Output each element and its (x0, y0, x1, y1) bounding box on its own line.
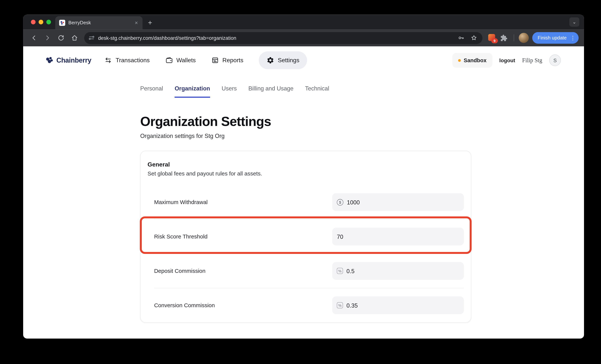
url-bar[interactable]: desk-stg.chainberry.com/dashboard/settin… (84, 32, 482, 44)
browser-window: BerryDesk × + ⌄ desk-stg.chainberry.com/ (23, 15, 584, 339)
tab-favicon (59, 20, 65, 26)
conversion-commission-value[interactable] (346, 302, 459, 309)
tab-billing-and-usage[interactable]: Billing and Usage (248, 85, 293, 98)
tab-title: BerryDesk (68, 20, 130, 26)
tab-search-chevron-icon[interactable]: ⌄ (569, 17, 579, 27)
forward-icon (44, 34, 51, 41)
brand-logo[interactable]: Chainberry (45, 56, 91, 64)
header-right: Sandbox logout Filip Stg S (452, 53, 561, 68)
url-text: desk-stg.chainberry.com/dashboard/settin… (98, 35, 458, 41)
nav-item-transactions[interactable]: Transactions (104, 51, 150, 69)
browser-profile-avatar[interactable] (519, 33, 529, 43)
browser-tab[interactable]: BerryDesk × (55, 16, 142, 29)
nav-item-reports[interactable]: Reports (211, 51, 243, 69)
field-label: Risk Score Threshold (154, 233, 208, 240)
main-nav: Transactions Wallets Reports Settings (104, 51, 307, 69)
home-button[interactable] (69, 32, 80, 43)
field-row-maximum-withdrawal: Maximum Withdrawal $ (154, 185, 464, 219)
deposit-commission-value[interactable] (346, 268, 459, 274)
extension-button[interactable]: 9 (488, 34, 496, 42)
finish-update-button[interactable]: Finish update ⋮ (532, 32, 579, 44)
field-label: Maximum Withdrawal (154, 199, 208, 205)
dollar-icon: $ (337, 199, 343, 205)
extensions-menu-button[interactable] (499, 33, 509, 43)
page-title: Organization Settings (140, 114, 584, 129)
environment-label: Sandbox (464, 57, 487, 63)
forward-button[interactable] (42, 32, 53, 43)
field-label: Deposit Commission (154, 268, 205, 274)
close-window-button[interactable] (31, 20, 35, 24)
field-row-deposit-commission: Deposit Commission % (154, 253, 464, 288)
environment-badge[interactable]: Sandbox (452, 53, 492, 68)
general-settings-card: General Set global fees and payout rules… (140, 151, 471, 323)
reload-icon (58, 34, 64, 41)
chainberry-logo-icon (45, 56, 54, 64)
extension-badge: 9 (491, 38, 498, 43)
back-button[interactable] (29, 32, 40, 43)
browser-menu-icon[interactable]: ⋮ (570, 35, 576, 40)
user-avatar[interactable]: S (549, 55, 561, 66)
browser-toolbar: desk-stg.chainberry.com/dashboard/settin… (23, 29, 584, 46)
maximum-withdrawal-value[interactable] (347, 199, 459, 205)
screen: BerryDesk × + ⌄ desk-stg.chainberry.com/ (0, 0, 601, 364)
conversion-commission-input[interactable]: % (332, 296, 464, 314)
tab-organization[interactable]: Organization (175, 85, 210, 98)
site-settings-icon[interactable] (89, 35, 95, 41)
window-controls (23, 20, 55, 29)
zoom-window-button[interactable] (46, 20, 51, 24)
percent-icon: % (337, 302, 343, 308)
risk-score-threshold-input[interactable] (332, 228, 464, 245)
nav-item-settings[interactable]: Settings (259, 51, 307, 69)
tab-personal[interactable]: Personal (140, 85, 163, 98)
back-icon (30, 34, 37, 41)
minimize-window-button[interactable] (39, 20, 43, 24)
page-content: Chainberry Transactions Wallets Reports (23, 46, 584, 338)
home-icon (71, 34, 78, 41)
user-name: Filip Stg (522, 57, 542, 63)
browser-tab-strip: BerryDesk × + ⌄ (23, 15, 584, 30)
section-title: General (148, 161, 464, 168)
transactions-icon (104, 56, 112, 64)
new-tab-button[interactable]: + (142, 19, 152, 29)
wallet-icon (165, 56, 173, 64)
deposit-commission-input[interactable]: % (332, 262, 464, 280)
nav-item-wallets[interactable]: Wallets (165, 51, 196, 69)
puzzle-icon (500, 34, 508, 41)
password-key-icon[interactable] (458, 34, 465, 41)
reload-button[interactable] (56, 32, 67, 43)
field-row-risk-score-threshold: Risk Score Threshold (154, 219, 464, 253)
risk-score-threshold-value[interactable] (337, 233, 459, 240)
app-header: Chainberry Transactions Wallets Reports (23, 46, 584, 74)
logout-button[interactable]: logout (499, 57, 515, 63)
settings-tabs: Personal Organization Users Billing and … (140, 85, 584, 98)
page-subtitle: Organization settings for Stg Org (140, 132, 584, 139)
tab-close-icon[interactable]: × (133, 20, 139, 26)
nav-label: Transactions (116, 57, 150, 64)
finish-update-label: Finish update (538, 35, 567, 40)
maximum-withdrawal-input[interactable]: $ (332, 193, 464, 211)
brand-name: Chainberry (56, 56, 91, 64)
field-label: Conversion Commission (154, 302, 215, 308)
field-row-conversion-commission: Conversion Commission % (154, 288, 464, 322)
reports-icon (211, 56, 219, 64)
tab-technical[interactable]: Technical (305, 85, 329, 98)
settings-rows: Maximum Withdrawal $ Risk Score Threshol… (148, 185, 464, 322)
sandbox-dot-icon (458, 59, 461, 61)
nav-label: Settings (278, 57, 299, 64)
section-subtitle: Set global fees and payout rules for all… (148, 171, 464, 177)
percent-icon: % (337, 268, 343, 274)
nav-label: Wallets (176, 57, 196, 64)
nav-label: Reports (222, 57, 243, 64)
gear-icon (267, 56, 274, 64)
bookmark-star-icon[interactable] (471, 34, 477, 41)
tab-users[interactable]: Users (222, 85, 237, 98)
toolbar-separator (514, 34, 514, 41)
